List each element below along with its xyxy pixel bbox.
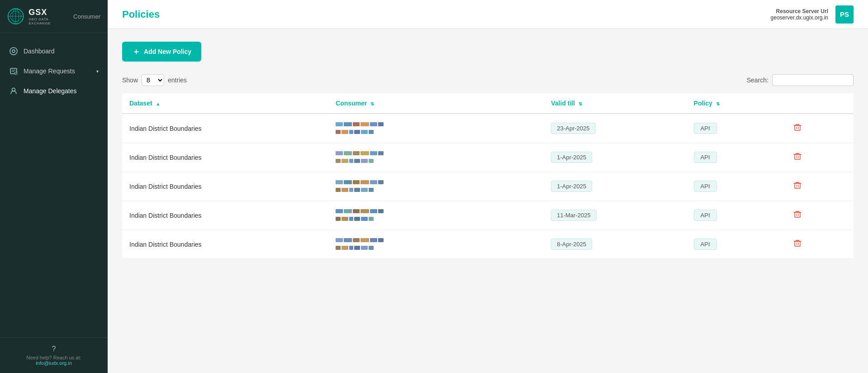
table-controls: Show 8 16 25 50 entries Search: xyxy=(122,74,854,86)
footer-email[interactable]: info@iudx.org.in xyxy=(36,360,72,366)
main-content: Policies Resource Server Url geoserver.d… xyxy=(108,0,868,373)
policy-badge: API xyxy=(694,152,717,163)
cell-valid-till: 11-Mar-2025 xyxy=(544,201,686,230)
content-area: ＋ Add New Policy Show 8 16 25 50 entries… xyxy=(108,29,868,373)
cell-consumer xyxy=(328,172,544,201)
consumer-email-line2 xyxy=(336,245,536,251)
cell-actions xyxy=(783,230,854,259)
policy-badge: API xyxy=(694,210,717,221)
svg-rect-13 xyxy=(795,154,800,159)
footer-help-text: Need help? Reach us at: xyxy=(9,355,99,360)
col-consumer-label: Consumer xyxy=(336,100,367,107)
sidebar: GSX GEO DATA EXCHANGE Consumer Dashboard xyxy=(0,0,108,373)
cell-dataset: Indian District Boundaries xyxy=(122,172,328,201)
svg-point-5 xyxy=(10,48,17,55)
consumer-email-line1 xyxy=(336,208,536,215)
delete-button[interactable] xyxy=(790,208,805,222)
cell-policy: API xyxy=(687,230,783,259)
add-button-label: Add New Policy xyxy=(144,48,191,55)
table-row: Indian District Boundaries 23-Apr-2025 A… xyxy=(122,114,854,143)
col-consumer[interactable]: Consumer ⇅ xyxy=(328,93,544,114)
resource-server-url: geoserver.dx.ugix.org.in xyxy=(771,14,828,21)
col-actions xyxy=(783,93,854,114)
svg-rect-22 xyxy=(795,241,800,246)
cell-consumer xyxy=(328,201,544,230)
sort-dataset-icon: ▲ xyxy=(156,101,160,106)
resource-server-label: Resource Server Url xyxy=(771,8,828,14)
search-input[interactable] xyxy=(772,74,854,86)
cell-dataset: Indian District Boundaries xyxy=(122,143,328,172)
show-label: Show xyxy=(122,77,138,84)
context-label: Consumer xyxy=(73,13,100,20)
cell-actions xyxy=(783,143,854,172)
sidebar-nav: Dashboard Manage Requests ▾ Mana xyxy=(0,33,108,337)
trash-icon xyxy=(793,239,802,247)
cell-consumer xyxy=(328,114,544,143)
cell-valid-till: 1-Apr-2025 xyxy=(544,172,686,201)
dashboard-icon xyxy=(9,47,18,56)
table-row: Indian District Boundaries 1-Apr-2025 AP… xyxy=(122,143,854,172)
manage-requests-label: Manage Requests xyxy=(24,67,75,75)
date-badge: 23-Apr-2025 xyxy=(551,123,595,134)
manage-delegates-label: Manage Delegates xyxy=(24,87,77,95)
svg-rect-10 xyxy=(795,125,800,130)
consumer-email-line1 xyxy=(336,179,536,186)
add-new-policy-button[interactable]: ＋ Add New Policy xyxy=(122,42,201,62)
policy-badge: API xyxy=(694,239,717,250)
col-dataset[interactable]: Dataset ▲ xyxy=(122,93,328,114)
table-header-row: Dataset ▲ Consumer ⇅ Valid till ⇅ Policy… xyxy=(122,93,854,114)
date-badge: 1-Apr-2025 xyxy=(551,152,592,163)
trash-icon xyxy=(793,123,802,131)
cell-dataset: Indian District Boundaries xyxy=(122,114,328,143)
policies-table: Dataset ▲ Consumer ⇅ Valid till ⇅ Policy… xyxy=(122,93,854,259)
table-row: Indian District Boundaries 1-Apr-2025 AP… xyxy=(122,172,854,201)
avatar[interactable]: PS xyxy=(835,5,854,24)
sort-consumer-icon: ⇅ xyxy=(370,101,374,106)
page-title: Policies xyxy=(122,9,160,20)
sidebar-logo: GSX GEO DATA EXCHANGE Consumer xyxy=(0,0,108,33)
search-box: Search: xyxy=(747,74,854,86)
delete-button[interactable] xyxy=(790,237,805,251)
sidebar-item-dashboard[interactable]: Dashboard xyxy=(0,41,108,61)
svg-rect-16 xyxy=(795,183,800,188)
trash-icon xyxy=(793,181,802,189)
delete-button[interactable] xyxy=(790,150,805,164)
consumer-email-line1 xyxy=(336,150,536,157)
col-valid-till[interactable]: Valid till ⇅ xyxy=(544,93,686,114)
col-dataset-label: Dataset xyxy=(129,100,152,107)
cell-policy: API xyxy=(687,143,783,172)
delete-button[interactable] xyxy=(790,179,805,193)
topbar-right: Resource Server Url geoserver.dx.ugix.or… xyxy=(771,5,854,24)
delegates-icon xyxy=(9,86,18,96)
sidebar-item-manage-delegates[interactable]: Manage Delegates xyxy=(0,81,108,101)
cell-dataset: Indian District Boundaries xyxy=(122,201,328,230)
entries-select[interactable]: 8 16 25 50 xyxy=(142,74,164,86)
show-entries-control: Show 8 16 25 50 entries xyxy=(122,74,187,86)
table-row: Indian District Boundaries 11-Mar-2025 A… xyxy=(122,201,854,230)
resource-server-info: Resource Server Url geoserver.dx.ugix.or… xyxy=(771,8,828,21)
chevron-down-icon: ▾ xyxy=(96,69,99,74)
sidebar-item-manage-requests[interactable]: Manage Requests ▾ xyxy=(0,61,108,81)
policy-badge: API xyxy=(694,123,717,134)
date-badge: 1-Apr-2025 xyxy=(551,181,592,192)
table-row: Indian District Boundaries 8-Apr-2025 AP… xyxy=(122,230,854,259)
col-policy[interactable]: Policy ⇅ xyxy=(687,93,783,114)
cell-policy: API xyxy=(687,201,783,230)
cell-consumer xyxy=(328,143,544,172)
policy-badge: API xyxy=(694,181,717,192)
plus-icon: ＋ xyxy=(132,46,140,57)
trash-icon xyxy=(793,152,802,160)
svg-point-6 xyxy=(12,50,15,53)
consumer-email-line2 xyxy=(336,158,536,164)
date-badge: 11-Mar-2025 xyxy=(551,210,596,221)
requests-icon xyxy=(9,67,18,76)
search-label: Search: xyxy=(747,77,768,84)
consumer-email-line1 xyxy=(336,237,536,244)
cell-actions xyxy=(783,114,854,143)
consumer-email-line1 xyxy=(336,121,536,128)
cell-valid-till: 1-Apr-2025 xyxy=(544,143,686,172)
consumer-email-line2 xyxy=(336,187,536,193)
dashboard-label: Dashboard xyxy=(24,48,55,55)
delete-button[interactable] xyxy=(790,121,805,135)
cell-valid-till: 8-Apr-2025 xyxy=(544,230,686,259)
